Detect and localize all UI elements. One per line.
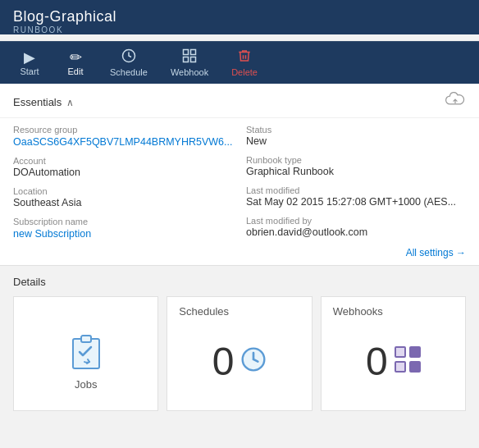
webhooks-number-row: 0 <box>366 342 421 382</box>
svg-rect-3 <box>184 57 189 62</box>
field-label-status: Status <box>246 125 466 135</box>
svg-rect-4 <box>191 57 196 62</box>
schedules-card-title: Schedules <box>179 305 229 318</box>
svg-rect-9 <box>410 347 420 357</box>
schedule-icon <box>121 48 136 66</box>
svg-rect-6 <box>81 336 91 342</box>
schedules-count: 0 <box>212 342 235 382</box>
jobs-card-content: Jobs <box>66 334 106 391</box>
essentials-header: Essentials ∧ <box>0 84 479 118</box>
toolbar: ▶ Start ✏ Edit Schedule Webhook <box>0 41 479 84</box>
field-status: Status New <box>246 125 466 147</box>
details-section: Details Jobs Schedules <box>0 266 479 421</box>
svg-rect-8 <box>395 347 405 357</box>
field-label-subscription: Subscription name <box>13 217 233 226</box>
delete-icon <box>237 48 252 66</box>
field-label-location: Location <box>13 186 233 196</box>
essentials-right-col: Status New Runbook type Graphical Runboo… <box>246 125 466 240</box>
webhooks-card[interactable]: Webhooks 0 <box>321 296 466 411</box>
svg-rect-1 <box>184 50 189 55</box>
edit-label: Edit <box>68 66 84 76</box>
clock-icon <box>240 346 267 378</box>
edit-icon: ✏ <box>70 50 82 65</box>
toolbar-delete[interactable]: Delete <box>220 42 269 84</box>
collapse-icon[interactable]: ∧ <box>66 97 74 108</box>
cards-row: Jobs Schedules 0 Webhooks <box>13 296 466 411</box>
field-subscription: Subscription name new Subscription <box>13 217 233 240</box>
field-value-subscription[interactable]: new Subscription <box>13 228 91 240</box>
webhooks-card-content: 0 <box>366 342 421 382</box>
schedule-label: Schedule <box>110 67 148 77</box>
all-settings-label: All settings <box>406 247 454 258</box>
webhooks-card-title: Webhooks <box>333 305 383 318</box>
toolbar-webhook[interactable]: Webhook <box>159 42 220 84</box>
field-label-resource-group: Resource group <box>13 125 233 135</box>
field-location: Location Southeast Asia <box>13 186 233 208</box>
field-value-location: Southeast Asia <box>13 197 233 208</box>
field-value-status: New <box>246 135 466 147</box>
webhook-card-icon <box>395 346 421 378</box>
webhooks-count: 0 <box>366 342 388 382</box>
page-title: Blog-Graphical <box>13 8 466 25</box>
schedules-card[interactable]: Schedules 0 <box>167 296 312 411</box>
svg-rect-5 <box>73 339 99 368</box>
essentials-panel: Essentials ∧ Resource group OaaSCS6G4XF5… <box>0 84 479 266</box>
field-account: Account DOAutomation <box>13 156 233 178</box>
cloud-icon[interactable] <box>445 92 466 112</box>
field-value-account: DOAutomation <box>13 167 233 178</box>
details-title: Details <box>13 276 466 288</box>
svg-rect-11 <box>410 362 420 372</box>
svg-rect-2 <box>191 50 196 55</box>
field-resource-group: Resource group OaaSCS6G4XF5QBV7LMP44BRMY… <box>13 125 233 148</box>
field-value-last-modified-by: obrien.david@outlook.com <box>246 226 466 238</box>
field-runbook-type: Runbook type Graphical Runbook <box>246 155 466 177</box>
field-label-last-modified-by: Last modified by <box>246 216 466 226</box>
essentials-title-row: Essentials ∧ <box>13 96 74 108</box>
webhook-label: Webhook <box>171 67 208 77</box>
field-last-modified-by: Last modified by obrien.david@outlook.co… <box>246 216 466 238</box>
schedules-card-content: 0 <box>212 342 267 382</box>
page-subtitle: RUNBOOK <box>13 25 466 34</box>
field-value-last-modified: Sat May 02 2015 15:27:08 GMT+1000 (AES..… <box>246 196 466 208</box>
essentials-left-col: Resource group OaaSCS6G4XF5QBV7LMP44BRMY… <box>13 125 233 240</box>
jobs-card[interactable]: Jobs <box>13 296 158 411</box>
field-label-runbook-type: Runbook type <box>246 155 466 165</box>
delete-label: Delete <box>231 67 258 77</box>
field-value-runbook-type: Graphical Runbook <box>246 166 466 177</box>
start-label: Start <box>20 66 39 76</box>
all-settings-link[interactable]: All settings → <box>406 247 466 258</box>
essentials-body: Resource group OaaSCS6G4XF5QBV7LMP44BRMY… <box>0 118 479 243</box>
header: Blog-Graphical RUNBOOK <box>0 0 479 34</box>
field-label-last-modified: Last modified <box>246 185 466 195</box>
webhook-icon-toolbar <box>182 48 197 66</box>
schedules-number-row: 0 <box>212 342 267 382</box>
svg-rect-10 <box>395 362 405 372</box>
toolbar-schedule[interactable]: Schedule <box>98 42 159 84</box>
essentials-title: Essentials <box>13 96 62 108</box>
field-value-resource-group[interactable]: OaaSCS6G4XF5QBV7LMP44BRMYHR5VW6... <box>13 136 232 148</box>
start-icon: ▶ <box>24 50 35 65</box>
toolbar-edit[interactable]: ✏ Edit <box>52 43 98 83</box>
field-label-account: Account <box>13 156 233 166</box>
field-last-modified: Last modified Sat May 02 2015 15:27:08 G… <box>246 185 466 208</box>
all-settings-row: All settings → <box>0 243 479 265</box>
jobs-icon <box>66 334 106 373</box>
jobs-label: Jobs <box>75 378 97 391</box>
toolbar-start[interactable]: ▶ Start <box>7 43 52 83</box>
all-settings-arrow: → <box>456 247 466 258</box>
